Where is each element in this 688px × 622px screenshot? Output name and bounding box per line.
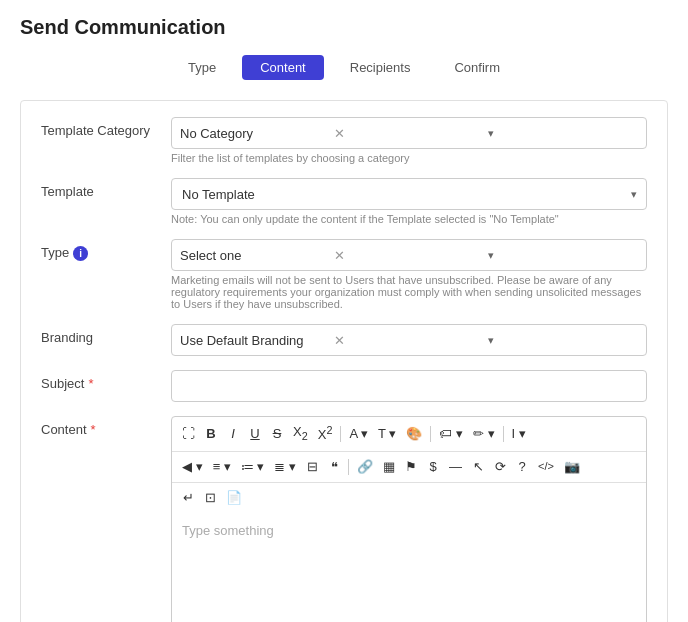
- content-row: Content * ⛶ B I U S X2 X2 A ▾: [41, 416, 647, 622]
- toolbar-font-color[interactable]: A ▾: [345, 423, 372, 445]
- template-category-select[interactable]: No Category ✕ ▾: [171, 117, 647, 149]
- toolbar-file[interactable]: 📄: [222, 487, 246, 509]
- toolbar-highlight[interactable]: ✏ ▾: [469, 423, 499, 445]
- toolbar-help[interactable]: ?: [512, 456, 532, 478]
- toolbar-tags[interactable]: 🏷 ▾: [435, 423, 467, 445]
- template-category-control: No Category ✕ ▾ Filter the list of templ…: [171, 117, 647, 164]
- wizard-steps: Type Content Recipients Confirm: [20, 55, 668, 80]
- toolbar-sep-2: [430, 426, 431, 442]
- type-info-icon: i: [73, 246, 88, 261]
- branding-select[interactable]: Use Default Branding ✕ ▾: [171, 324, 647, 356]
- toolbar-link[interactable]: 🔗: [353, 456, 377, 478]
- toolbar-align[interactable]: ≡ ▾: [209, 456, 235, 478]
- step-content[interactable]: Content: [242, 55, 324, 80]
- toolbar-cursor[interactable]: ↖: [468, 456, 488, 478]
- editor-placeholder: Type something: [182, 523, 274, 538]
- type-label: Type i: [41, 239, 171, 261]
- subject-label: Subject *: [41, 370, 171, 391]
- template-category-hint: Filter the list of templates by choosing…: [171, 152, 647, 164]
- content-required: *: [91, 422, 96, 437]
- toolbar-row-2: ◀ ▾ ≡ ▾ ≔ ▾ ≣ ▾ ⊟ ❝ 🔗 ▦ ⚑ $ — ↖ ⟳: [172, 452, 646, 483]
- page-container: Send Communication Type Content Recipien…: [0, 0, 688, 622]
- branding-clear[interactable]: ✕: [330, 333, 488, 348]
- type-arrow-icon: ▾: [488, 249, 638, 262]
- type-select[interactable]: Select one ✕ ▾: [171, 239, 647, 271]
- branding-value: Use Default Branding: [180, 333, 330, 348]
- branding-row: Branding Use Default Branding ✕ ▾: [41, 324, 647, 356]
- template-hint: Note: You can only update the content if…: [171, 213, 647, 225]
- toolbar-strikethrough[interactable]: S: [267, 423, 287, 445]
- editor-container: ⛶ B I U S X2 X2 A ▾ T ▾ 🎨 🏷 ▾ ✏ ▾: [171, 416, 647, 622]
- toolbar-row-3: ↵ ⊡ 📄: [172, 483, 646, 513]
- toolbar-table[interactable]: ▦: [379, 456, 399, 478]
- template-category-value: No Category: [180, 126, 330, 141]
- toolbar-fullscreen[interactable]: ⛶: [178, 423, 199, 445]
- step-confirm[interactable]: Confirm: [436, 55, 518, 80]
- toolbar-list-ordered[interactable]: ≔ ▾: [237, 456, 269, 478]
- toolbar-indent[interactable]: I ▾: [508, 423, 530, 445]
- template-category-label: Template Category: [41, 117, 171, 138]
- toolbar-subscript[interactable]: X2: [289, 421, 312, 446]
- toolbar-placeholder[interactable]: ⊡: [200, 487, 220, 509]
- toolbar-image[interactable]: 📷: [560, 456, 584, 478]
- toolbar-bold[interactable]: B: [201, 423, 221, 445]
- type-control: Select one ✕ ▾ Marketing emails will not…: [171, 239, 647, 310]
- toolbar-indent-block[interactable]: ⊟: [302, 456, 322, 478]
- branding-control: Use Default Branding ✕ ▾: [171, 324, 647, 356]
- page-title: Send Communication: [20, 16, 668, 39]
- step-type[interactable]: Type: [170, 55, 234, 80]
- editor-body[interactable]: Type something: [172, 513, 646, 622]
- template-category-row: Template Category No Category ✕ ▾ Filter…: [41, 117, 647, 164]
- form-section: Template Category No Category ✕ ▾ Filter…: [20, 100, 668, 622]
- toolbar-hr[interactable]: —: [445, 456, 466, 478]
- subject-input[interactable]: [171, 370, 647, 402]
- toolbar-italic[interactable]: I: [223, 423, 243, 445]
- template-row: Template No Template ▾ Note: You can onl…: [41, 178, 647, 225]
- template-select-wrapper: No Template ▾: [171, 178, 647, 210]
- branding-label: Branding: [41, 324, 171, 345]
- type-clear[interactable]: ✕: [330, 248, 488, 263]
- type-value: Select one: [180, 248, 330, 263]
- template-select[interactable]: No Template: [171, 178, 647, 210]
- toolbar-sep-1: [340, 426, 341, 442]
- template-control: No Template ▾ Note: You can only update …: [171, 178, 647, 225]
- template-category-clear[interactable]: ✕: [330, 126, 488, 141]
- toolbar-superscript[interactable]: X2: [314, 421, 337, 447]
- toolbar-flag[interactable]: ⚑: [401, 456, 421, 478]
- toolbar-font-size[interactable]: T ▾: [374, 423, 400, 445]
- toolbar-list-unordered[interactable]: ≣ ▾: [270, 456, 300, 478]
- toolbar-underline[interactable]: U: [245, 423, 265, 445]
- branding-arrow-icon: ▾: [488, 334, 638, 347]
- template-label: Template: [41, 178, 171, 199]
- subject-row: Subject *: [41, 370, 647, 402]
- toolbar-color-fill[interactable]: 🎨: [402, 423, 426, 445]
- content-control: ⛶ B I U S X2 X2 A ▾ T ▾ 🎨 🏷 ▾ ✏ ▾: [171, 416, 647, 622]
- content-label: Content *: [41, 416, 171, 437]
- type-hint: Marketing emails will not be sent to Use…: [171, 274, 647, 310]
- step-recipients[interactable]: Recipients: [332, 55, 429, 80]
- toolbar-blockquote[interactable]: ❝: [324, 456, 344, 478]
- subject-control: [171, 370, 647, 402]
- toolbar-sep-3: [503, 426, 504, 442]
- template-category-arrow: ▾: [488, 127, 638, 140]
- toolbar-special-char[interactable]: ⟳: [490, 456, 510, 478]
- toolbar-sep-4: [348, 459, 349, 475]
- toolbar-html[interactable]: </>: [534, 457, 558, 476]
- toolbar-row-1: ⛶ B I U S X2 X2 A ▾ T ▾ 🎨 🏷 ▾ ✏ ▾: [172, 417, 646, 452]
- toolbar-text-dir[interactable]: ◀ ▾: [178, 456, 207, 478]
- toolbar-variable[interactable]: $: [423, 456, 443, 478]
- subject-required: *: [88, 376, 93, 391]
- toolbar-enter[interactable]: ↵: [178, 487, 198, 509]
- type-row: Type i Select one ✕ ▾ Marketing emails w…: [41, 239, 647, 310]
